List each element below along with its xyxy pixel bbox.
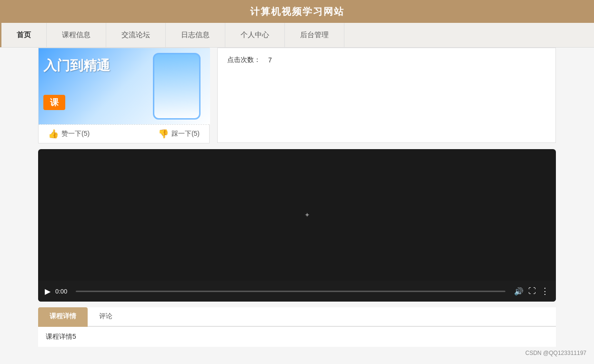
click-count-value: 7 <box>268 56 272 64</box>
bottom-section: 课程详情 评论 课程详情5 <box>38 307 556 347</box>
thumbnail-text: 入门到精通 <box>43 58 110 74</box>
nav-item-admin[interactable]: 后台管理 <box>285 23 344 47</box>
footer-watermark: CSDN @QQ123311197 <box>525 350 586 356</box>
course-thumbnail: 入门到精通 课 <box>39 48 210 124</box>
more-options-button[interactable]: ⋮ <box>541 286 549 296</box>
video-player[interactable]: ✦ ▶ 0:00 🔊 ⛶ ⋮ <box>38 149 556 302</box>
main-content: 入门到精通 课 👍 赞一下(5) 👎 踩一下(5) 点击次数： 7 <box>0 48 594 347</box>
info-panel: 点击次数： 7 <box>217 48 556 143</box>
thumbnail-badge: 课 <box>43 95 65 110</box>
click-count-label: 点击次数： <box>227 56 261 64</box>
fullscreen-button[interactable]: ⛶ <box>528 287 536 295</box>
time-display: 0:00 <box>55 288 67 295</box>
video-main-area[interactable]: ✦ <box>38 149 556 281</box>
tab-content: 课程详情5 <box>38 327 556 347</box>
top-section: 入门到精通 课 👍 赞一下(5) 👎 踩一下(5) 点击次数： 7 <box>38 48 556 143</box>
like-bar: 👍 赞一下(5) 👎 踩一下(5) <box>39 124 209 143</box>
video-section: ✦ ▶ 0:00 🔊 ⛶ ⋮ <box>38 149 556 302</box>
progress-bar[interactable] <box>76 291 505 292</box>
tab-course-detail[interactable]: 课程详情 <box>38 307 88 327</box>
thumbs-down-icon: 👎 <box>158 129 169 139</box>
volume-button[interactable]: 🔊 <box>514 287 524 296</box>
nav-item-forum[interactable]: 交流论坛 <box>106 23 166 47</box>
like-button[interactable]: 👍 赞一下(5) <box>48 129 90 139</box>
dislike-label: 踩一下(5) <box>171 130 200 138</box>
nav-item-home[interactable]: 首页 <box>0 23 47 47</box>
dislike-button[interactable]: 👎 踩一下(5) <box>158 129 200 139</box>
tab-comments[interactable]: 评论 <box>88 307 124 327</box>
phone-decoration <box>153 53 201 120</box>
video-controls: ▶ 0:00 🔊 ⛶ ⋮ <box>38 281 556 302</box>
site-title: 计算机视频学习网站 <box>250 5 344 18</box>
main-nav: 首页 课程信息 交流论坛 日志信息 个人中心 后台管理 <box>0 23 594 48</box>
cursor-indicator: ✦ <box>304 211 310 219</box>
like-label: 赞一下(5) <box>61 130 90 138</box>
click-count-row: 点击次数： 7 <box>227 56 546 64</box>
site-header: 计算机视频学习网站 <box>0 0 594 23</box>
thumbnail-area: 入门到精通 课 👍 赞一下(5) 👎 踩一下(5) <box>38 48 210 143</box>
nav-item-profile[interactable]: 个人中心 <box>225 23 285 47</box>
nav-item-logs[interactable]: 日志信息 <box>166 23 225 47</box>
tab-bar: 课程详情 评论 <box>38 307 556 327</box>
thumbs-up-icon: 👍 <box>48 129 59 139</box>
play-button[interactable]: ▶ <box>45 287 50 296</box>
nav-item-courses[interactable]: 课程信息 <box>47 23 106 47</box>
